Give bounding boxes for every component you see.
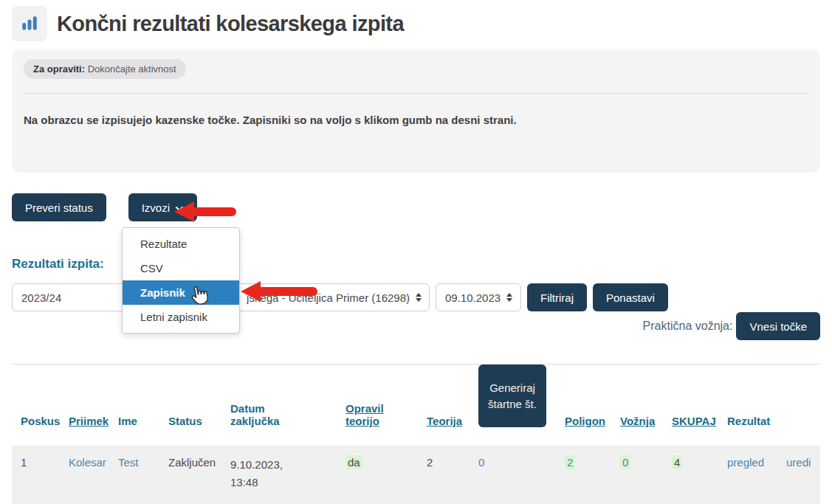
panel-divider <box>24 93 808 94</box>
table-row: 1 Kolesar Test Zaključen 9.10.2023, 13:4… <box>12 446 820 504</box>
red-arrow-icon <box>174 200 239 227</box>
up-down-arrows-icon <box>416 293 422 302</box>
col-header-status: Status <box>168 415 230 435</box>
cell-skupaj: 4 <box>672 446 727 469</box>
actions-row: Preveri status Izvozi <box>12 193 820 221</box>
col-header-voznja[interactable]: Vožnja <box>620 415 672 435</box>
cell-teorija: 2 <box>427 446 478 469</box>
check-status-button[interactable]: Preveri status <box>12 193 106 221</box>
red-arrow-icon <box>241 280 320 306</box>
cell-uredi-link[interactable]: uredi <box>786 456 811 469</box>
col-header-datum-zakljucka: Datum zaključka <box>230 402 345 435</box>
enter-points-button[interactable]: Vnesi točke <box>736 312 820 340</box>
export-dropdown-menu: Rezultate CSV Zapisnik Letni zapisnik <box>122 227 240 334</box>
col-header-poligon[interactable]: Poligon <box>565 415 620 435</box>
col-header-ime: Ime <box>118 415 168 435</box>
date-select[interactable]: 09.10.2023 <box>436 283 521 311</box>
hand-cursor-icon <box>189 285 210 310</box>
table-header-row: Poskus Priimek Ime Status Datum zaključk… <box>12 365 820 435</box>
export-button-label: Izvozi <box>142 201 170 214</box>
up-down-arrows-icon <box>506 293 512 302</box>
cell-poligon-link[interactable]: 2 <box>565 455 575 469</box>
col-header-teorija[interactable]: Teorija <box>427 415 478 435</box>
menu-item-csv[interactable]: CSV <box>123 256 239 280</box>
col-header-poskus: Poskus <box>21 415 69 435</box>
page-title: Končni rezultati kolesarskega izpita <box>57 12 404 36</box>
cell-datum-zakljucka: 9.10.2023, 13:48 <box>230 446 345 491</box>
date-value: 09.10.2023 <box>445 291 501 304</box>
menu-item-letni-zapisnik[interactable]: Letni zapisnik <box>123 305 239 329</box>
todo-badge-text: Dokončajte aktivnost <box>88 63 176 75</box>
menu-item-zapisnik[interactable]: Zapisnik <box>123 280 239 305</box>
cell-status: Zaključen <box>168 446 230 469</box>
page-header: Končni rezultati kolesarskega izpita <box>12 6 820 41</box>
cell-poskus: 1 <box>21 446 69 469</box>
practical-driving-label: Praktična vožnja: <box>643 320 733 333</box>
col-header-uredi <box>786 427 820 435</box>
cell-priimek-link[interactable]: Kolesar <box>69 456 106 469</box>
reset-button[interactable]: Ponastavi <box>593 283 668 311</box>
bar-chart-icon <box>12 6 47 41</box>
activity-info-panel: Za opraviti: Dokončajte aktivnost Na obr… <box>12 50 820 173</box>
cell-ime-link[interactable]: Test <box>118 456 139 469</box>
todo-badge: Za opraviti: Dokončajte aktivnost <box>24 59 186 79</box>
activity-description: Na obrazcu se izpisujejo kazenske točke.… <box>24 114 808 126</box>
col-header-skupaj[interactable]: SKUPAJ <box>672 415 727 435</box>
cell-opravil-teorijo: da <box>345 446 427 469</box>
todo-badge-label: Za opraviti: <box>33 63 85 75</box>
generate-start-numbers-button[interactable]: Generiraj štartne št. <box>478 365 546 427</box>
col-header-opravil-teorijo[interactable]: Opravil teorijo <box>345 402 427 435</box>
col-header-generate: Generiraj štartne št. <box>478 365 565 435</box>
col-header-priimek[interactable]: Priimek <box>69 415 118 435</box>
filter-button[interactable]: Filtriraj <box>527 283 587 311</box>
cell-voznja-link[interactable]: 0 <box>620 455 630 469</box>
cell-rezultat-link[interactable]: pregled <box>727 456 764 469</box>
col-header-rezultat: Rezultat <box>727 415 786 435</box>
menu-item-rezultate[interactable]: Rezultate <box>123 232 239 256</box>
cell-startne-link[interactable]: 0 <box>478 456 484 469</box>
